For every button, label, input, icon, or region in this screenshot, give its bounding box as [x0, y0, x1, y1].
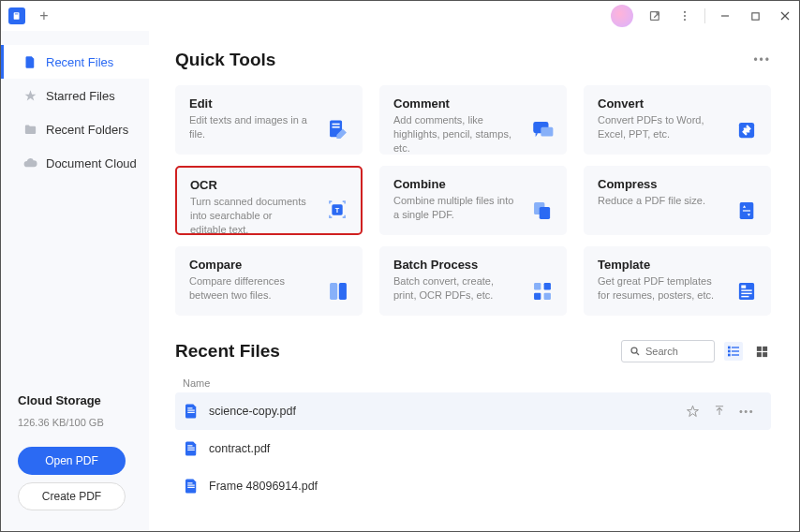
- svg-rect-37: [728, 350, 731, 353]
- share-icon[interactable]: [641, 1, 669, 31]
- tool-desc: Add comments, like highlights, pencil, s…: [393, 113, 553, 155]
- combine-icon: [530, 199, 555, 223]
- tool-title: Compare: [189, 258, 348, 272]
- svg-point-33: [631, 347, 637, 353]
- svg-rect-35: [728, 347, 731, 349]
- sidebar-item-label: Document Cloud: [46, 156, 137, 170]
- svg-rect-36: [732, 347, 739, 347]
- titlebar: +: [1, 1, 799, 31]
- tool-card-convert[interactable]: Convert Convert PDFs to Word, Excel, PPT…: [584, 85, 771, 155]
- tool-title: Edit: [189, 96, 348, 111]
- menu-dots-icon[interactable]: [671, 1, 699, 31]
- svg-rect-14: [541, 127, 553, 137]
- svg-rect-45: [187, 407, 192, 408]
- list-view-icon[interactable]: [724, 342, 743, 361]
- sidebar-item-recent-files[interactable]: Recent Files: [1, 45, 149, 79]
- tool-grid: Edit Edit texts and images in a file. Co…: [175, 85, 771, 316]
- svg-rect-31: [741, 293, 751, 294]
- minimize-button[interactable]: [711, 1, 739, 31]
- svg-rect-40: [732, 354, 739, 355]
- svg-rect-29: [741, 286, 746, 288]
- avatar[interactable]: [611, 5, 633, 27]
- tool-desc: Edit texts and images in a file.: [189, 113, 348, 141]
- file-name: science-copy.pdf: [209, 405, 686, 418]
- upload-icon[interactable]: [713, 405, 726, 418]
- file-name: Frame 48096914.pdf: [209, 480, 763, 493]
- search-box[interactable]: [621, 340, 715, 362]
- compress-icon: [734, 199, 759, 223]
- svg-rect-27: [544, 293, 551, 300]
- cloud-usage: 126.36 KB/100 GB: [18, 417, 132, 428]
- tool-card-batch-process[interactable]: Batch Process Batch convert, create, pri…: [379, 246, 567, 316]
- tool-card-combine[interactable]: Combine Combine multiple files into a si…: [379, 166, 567, 235]
- svg-rect-46: [187, 410, 195, 411]
- tool-card-compress[interactable]: Compress Reduce a PDF file size.: [584, 166, 771, 235]
- cloud-storage-title: Cloud Storage: [18, 393, 132, 407]
- svg-rect-0: [14, 12, 20, 20]
- tool-title: Batch Process: [393, 258, 553, 272]
- tool-title: Compress: [598, 177, 757, 191]
- svg-rect-1: [15, 14, 18, 15]
- svg-rect-25: [544, 283, 551, 289]
- svg-rect-30: [741, 289, 751, 290]
- sidebar-item-label: Recent Files: [46, 55, 113, 69]
- sidebar-item-label: Starred Files: [46, 89, 115, 103]
- svg-rect-7: [751, 12, 758, 19]
- app-icon[interactable]: [8, 7, 25, 24]
- main-content: Quick Tools ••• Edit Edit texts and imag…: [149, 31, 799, 531]
- svg-rect-42: [763, 346, 767, 350]
- recent-files-title: Recent Files: [175, 341, 280, 362]
- svg-rect-23: [339, 283, 347, 300]
- tool-card-comment[interactable]: Comment Add comments, like highlights, p…: [379, 85, 567, 155]
- maximize-button[interactable]: [741, 1, 769, 31]
- star-icon[interactable]: [686, 405, 700, 419]
- svg-rect-50: [187, 450, 195, 451]
- file-row[interactable]: contract.pdf: [175, 430, 771, 467]
- search-input[interactable]: [645, 346, 702, 357]
- svg-rect-22: [330, 283, 337, 300]
- quick-tools-more-icon[interactable]: •••: [753, 53, 771, 66]
- new-tab-button[interactable]: +: [33, 5, 55, 27]
- tool-desc: Reduce a PDF file size.: [598, 194, 757, 208]
- svg-rect-48: [187, 445, 192, 446]
- tool-card-compare[interactable]: Compare Compare differences between two …: [175, 246, 363, 316]
- svg-line-34: [637, 353, 640, 356]
- batch-icon: [530, 279, 555, 303]
- tool-desc: Convert PDFs to Word, Excel, PPT, etc.: [598, 113, 757, 141]
- svg-point-4: [684, 15, 686, 17]
- open-pdf-button[interactable]: Open PDF: [18, 447, 126, 475]
- svg-rect-52: [187, 485, 195, 486]
- quick-tools-title: Quick Tools: [175, 50, 275, 70]
- tool-desc: Turn scanned documents into searchable o…: [190, 195, 348, 237]
- tool-card-edit[interactable]: Edit Edit texts and images in a file.: [175, 85, 363, 155]
- create-pdf-button[interactable]: Create PDF: [18, 482, 126, 510]
- template-icon: [734, 279, 759, 303]
- ocr-icon: T: [325, 198, 349, 222]
- svg-rect-26: [534, 293, 541, 300]
- compare-icon: [326, 279, 350, 303]
- close-button[interactable]: [771, 1, 799, 31]
- pdf-icon: [183, 403, 200, 420]
- file-row[interactable]: Frame 48096914.pdf: [175, 467, 771, 505]
- tool-desc: Combine multiple files into a single PDF…: [393, 194, 553, 222]
- sidebar-item-recent-folders[interactable]: Recent Folders: [1, 112, 149, 146]
- sidebar-item-starred-files[interactable]: Starred Files: [1, 79, 149, 112]
- sidebar-item-label: Recent Folders: [46, 123, 128, 137]
- convert-icon: [734, 118, 759, 142]
- more-icon[interactable]: •••: [739, 406, 754, 417]
- grid-view-icon[interactable]: [752, 342, 771, 361]
- file-row[interactable]: science-copy.pdf •••: [175, 392, 771, 430]
- tool-card-template[interactable]: Template Get great PDF templates for res…: [584, 246, 771, 316]
- tool-card-ocr[interactable]: OCR Turn scanned documents into searchab…: [175, 166, 363, 235]
- star-icon: [22, 88, 37, 103]
- sidebar-item-document-cloud[interactable]: Document Cloud: [1, 146, 149, 180]
- pdf-icon: [183, 478, 200, 495]
- column-header-name: Name: [175, 374, 771, 392]
- file-icon: [22, 54, 37, 69]
- svg-rect-24: [534, 283, 541, 289]
- folder-icon: [22, 122, 37, 137]
- svg-rect-38: [732, 350, 739, 351]
- tool-desc: Compare differences between two files.: [189, 274, 348, 303]
- tool-title: Combine: [393, 177, 553, 191]
- cloud-icon: [22, 155, 37, 170]
